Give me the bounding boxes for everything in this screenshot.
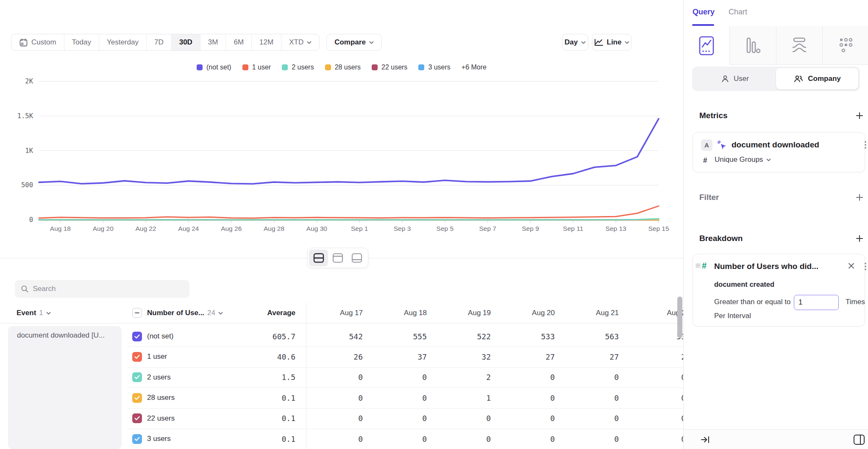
cell-value: 0 <box>431 429 491 449</box>
x-axis-label: Aug 26 <box>221 225 242 232</box>
row-checkbox[interactable] <box>132 413 142 423</box>
table-view-icon <box>351 253 362 263</box>
toggle-company-label: Company <box>808 75 840 83</box>
series-column-header[interactable]: Number of Use... 24 <box>147 303 223 323</box>
average-value: 1.5 <box>236 367 295 388</box>
measure-dropdown[interactable]: Unique Groups <box>715 155 771 164</box>
row-label: 28 users <box>147 388 236 408</box>
cell-value: 0 <box>495 408 555 429</box>
chevron-down-icon <box>218 312 223 315</box>
measure-hash: # <box>703 156 707 165</box>
group-type-toggle: User Company <box>692 67 860 91</box>
average-value: 0.1 <box>236 388 295 408</box>
cell-value: 555 <box>367 326 427 346</box>
toggle-company[interactable]: Company <box>776 68 858 89</box>
date-column-header: Aug 2 <box>626 303 686 323</box>
event-cell[interactable]: document downloaded [U... <box>8 326 122 449</box>
more-charts-tab[interactable] <box>823 26 868 65</box>
row-checkbox[interactable] <box>132 434 142 444</box>
chart-view-icon <box>332 253 343 263</box>
average-header-label: Average <box>267 309 295 317</box>
metric-menu-button[interactable] <box>862 139 868 150</box>
row-label: 1 user <box>147 346 236 367</box>
date-column-header: Aug 17 <box>303 303 363 323</box>
cell-value: 533 <box>495 326 555 346</box>
times-input[interactable] <box>794 295 839 310</box>
row-checkbox[interactable] <box>132 332 142 341</box>
cell-value: 0 <box>495 367 555 388</box>
table-search[interactable] <box>15 280 189 298</box>
add-metric-button[interactable] <box>854 110 865 121</box>
breakdown-name[interactable]: Number of Users who did... <box>714 262 818 271</box>
breakdown-event-name[interactable]: document created <box>714 280 774 288</box>
cell-value: 0 <box>367 367 427 388</box>
average-value: 0.1 <box>236 429 295 449</box>
y-axis-label: 2K <box>25 78 33 85</box>
company-icon <box>793 75 804 83</box>
layout-toggle-group <box>307 248 368 268</box>
average-value: 40.6 <box>236 346 295 367</box>
line-chart[interactable]: 05001K1.5K2KAug 18Aug 20Aug 22Aug 24Aug … <box>0 0 683 237</box>
cell-value: 0 <box>303 408 363 429</box>
bar-chart-tab[interactable] <box>730 26 776 65</box>
bar-chart-icon <box>743 35 762 56</box>
layout-table-button[interactable] <box>348 249 367 266</box>
breakdown-title: Breakdown <box>699 234 743 243</box>
breakdown-card[interactable]: # Number of Users who did... document cr… <box>693 254 865 327</box>
add-filter-button[interactable] <box>854 192 865 203</box>
checkmark-icon <box>134 416 140 421</box>
line-chart-card-icon <box>697 35 716 56</box>
cell-value: 53 <box>626 326 686 346</box>
table-vertical-scrollbar[interactable] <box>677 297 682 338</box>
cell-value: 563 <box>559 326 619 346</box>
cell-value: 0 <box>559 388 619 408</box>
metric-letter-badge: A <box>701 139 712 151</box>
event-column-header[interactable]: Event 1 <box>17 303 51 323</box>
series-line-(not set) <box>39 119 659 184</box>
x-axis-label: Aug 30 <box>306 225 328 232</box>
row-checkbox[interactable] <box>132 352 142 362</box>
average-column-header: Average <box>236 303 295 323</box>
add-breakdown-button[interactable] <box>854 233 865 244</box>
collapse-panel-icon[interactable] <box>701 435 710 444</box>
x-axis-label: Aug 24 <box>178 225 199 232</box>
search-input[interactable] <box>33 285 184 293</box>
checkmark-icon <box>134 334 140 339</box>
flow-chart-tab[interactable] <box>776 26 823 65</box>
toggle-user[interactable]: User <box>694 68 776 89</box>
layout-split-button[interactable] <box>309 249 328 266</box>
row-checkbox[interactable] <box>132 372 142 382</box>
x-axis-label: Aug 28 <box>264 225 284 232</box>
x-axis-label: Sep 13 <box>606 225 626 232</box>
cell-value: 0 <box>559 408 619 429</box>
y-axis-label: 1.5K <box>17 112 33 120</box>
drag-handle-icon[interactable] <box>695 263 701 269</box>
select-all-checkbox[interactable] <box>132 308 142 318</box>
metric-card[interactable]: A document downloaded # Unique Groups <box>693 132 865 172</box>
series-count: 24 <box>207 309 215 317</box>
breakdown-menu-button[interactable] <box>862 261 868 272</box>
plus-icon <box>855 193 864 202</box>
row-label: 2 users <box>147 367 236 388</box>
series-header-label: Number of Use... <box>147 309 204 317</box>
sidebar-layout-icon[interactable] <box>853 434 865 445</box>
cell-value: 37 <box>367 346 427 367</box>
row-checkbox[interactable] <box>132 393 142 403</box>
tab-chart[interactable]: Chart <box>729 8 747 17</box>
line-chart-tab[interactable] <box>684 26 730 65</box>
cell-value: 0 <box>626 429 686 449</box>
cell-value: 1 <box>431 388 491 408</box>
cell-value: 2 <box>431 367 491 388</box>
metric-name[interactable]: document downloaded <box>732 140 819 150</box>
layout-chart-button[interactable] <box>328 249 347 266</box>
cell-value: 0 <box>495 429 555 449</box>
date-column-header: Aug 19 <box>431 303 491 323</box>
x-axis-label: Sep 1 <box>351 225 368 232</box>
row-label: 22 users <box>147 408 236 429</box>
cell-value: 0 <box>367 388 427 408</box>
event-name-label: document downloaded [U... <box>17 331 115 340</box>
toggle-user-label: User <box>734 75 749 83</box>
tab-query[interactable]: Query <box>693 8 715 17</box>
checkmark-icon <box>134 396 140 400</box>
close-icon[interactable] <box>848 263 854 269</box>
